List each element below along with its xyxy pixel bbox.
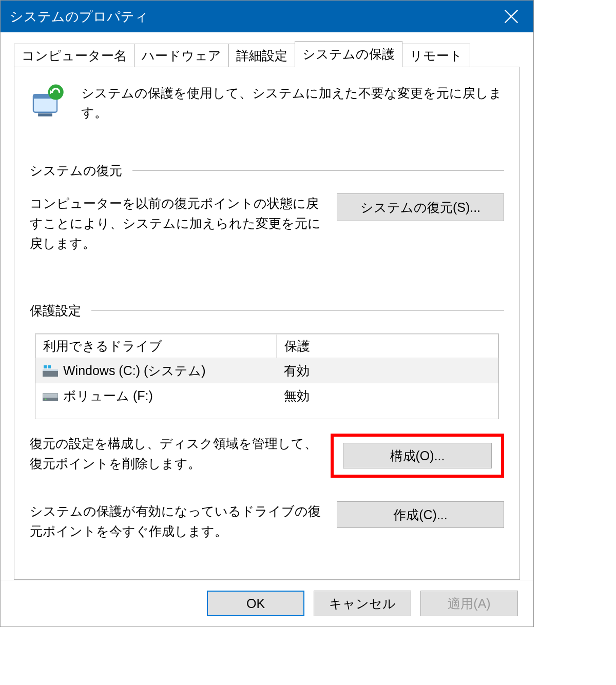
tab-system-protection[interactable]: システムの保護	[295, 41, 402, 67]
window-title: システムのプロパティ	[10, 8, 148, 26]
configure-description: 復元の設定を構成し、ディスク領域を管理して、復元ポイントを削除します。	[30, 434, 318, 474]
tab-panel: システムの保護を使用して、システムに加えた不要な変更を元に戻します。 システムの…	[14, 67, 520, 580]
drive-list: 利用できるドライブ 保護 Windows (C:) (システム) 有効	[35, 334, 499, 419]
close-button[interactable]	[489, 1, 533, 32]
section-protection-header: 保護設定	[30, 302, 504, 319]
restore-description: コンピューターを以前の復元ポイントの状態に戻すことにより、システムに加えられた変…	[30, 193, 324, 253]
system-protection-icon	[30, 82, 68, 122]
system-properties-window: システムのプロパティ コンピューター名 ハードウェア 詳細設定 システムの保護 …	[0, 0, 534, 627]
tab-hardware[interactable]: ハードウェア	[134, 44, 229, 67]
intro-text: システムの保護を使用して、システムに加えた不要な変更を元に戻します。	[81, 82, 504, 122]
drive-row-f[interactable]: ボリューム (F:) 無効	[35, 383, 498, 408]
drive-list-header: 利用できるドライブ 保護	[35, 334, 498, 358]
column-status[interactable]: 保護	[277, 334, 498, 358]
intro-row: システムの保護を使用して、システムに加えた不要な変更を元に戻します。	[30, 82, 504, 122]
system-restore-button[interactable]: システムの復元(S)...	[337, 193, 504, 221]
highlight-configure: 構成(O)...	[331, 434, 504, 478]
dialog-footer: OK キャンセル 適用(A)	[1, 580, 533, 627]
section-restore-title: システムの復元	[30, 162, 122, 179]
tab-strip: コンピューター名 ハードウェア 詳細設定 システムの保護 リモート	[14, 41, 533, 67]
create-button[interactable]: 作成(C)...	[337, 501, 504, 528]
windows-drive-icon	[43, 365, 58, 377]
tab-advanced[interactable]: 詳細設定	[228, 44, 295, 67]
drive-status: 有効	[277, 360, 498, 381]
configure-button[interactable]: 構成(O)...	[343, 443, 492, 468]
divider	[132, 170, 504, 171]
cancel-button[interactable]: キャンセル	[314, 591, 411, 616]
section-restore-header: システムの復元	[30, 162, 504, 179]
ok-button[interactable]: OK	[207, 591, 304, 616]
divider	[91, 310, 504, 311]
apply-button[interactable]: 適用(A)	[420, 591, 518, 616]
title-bar: システムのプロパティ	[1, 1, 533, 32]
svg-rect-10	[48, 365, 51, 368]
hdd-drive-icon	[43, 390, 58, 402]
svg-point-14	[45, 398, 46, 400]
tab-remote[interactable]: リモート	[402, 44, 470, 67]
svg-rect-9	[44, 365, 47, 368]
tab-computer-name[interactable]: コンピューター名	[14, 44, 134, 67]
svg-rect-8	[43, 369, 58, 371]
drive-row-c[interactable]: Windows (C:) (システム) 有効	[35, 358, 498, 383]
svg-rect-4	[38, 113, 52, 116]
close-icon	[504, 9, 518, 24]
create-description: システムの保護が有効になっているドライブの復元ポイントを今すぐ作成します。	[30, 501, 324, 541]
column-drive[interactable]: 利用できるドライブ	[35, 334, 277, 358]
drive-status: 無効	[277, 385, 498, 406]
section-protection-title: 保護設定	[30, 302, 81, 319]
